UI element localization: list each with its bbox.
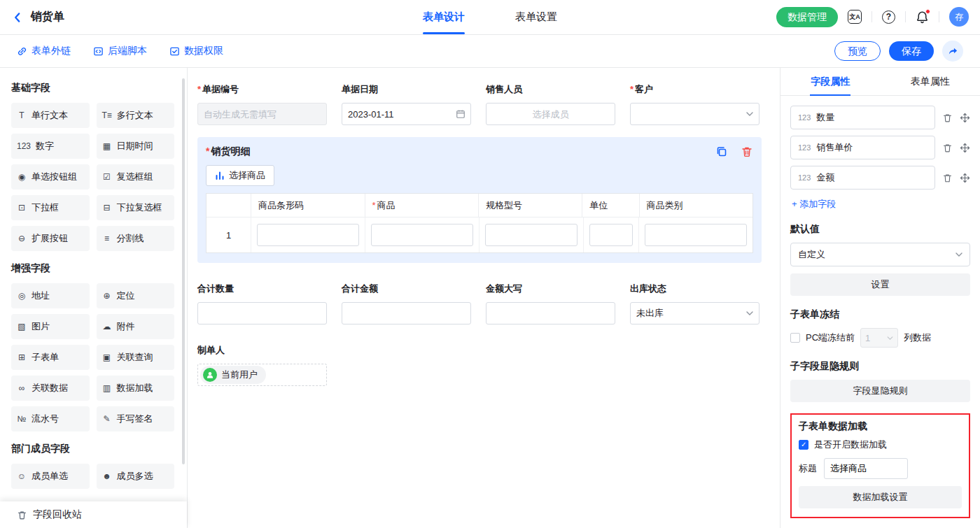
attachment-icon: ☁	[102, 322, 112, 331]
total-amount-input[interactable]	[342, 302, 471, 324]
field-item-multi-line-text[interactable]: T≡多行文本	[97, 103, 175, 128]
trash-icon[interactable]	[942, 113, 953, 123]
permission-icon	[169, 46, 180, 57]
default-value-select[interactable]: 自定义	[790, 243, 970, 266]
bell-icon[interactable]	[916, 10, 929, 24]
tab-field-properties[interactable]: 字段属性	[780, 68, 881, 95]
freeze-text: PC端冻结前	[806, 331, 855, 344]
field-total-quantity[interactable]: 合计数量	[197, 283, 327, 324]
subfield-amount[interactable]: 123 金额	[790, 166, 935, 190]
field-outbound-status[interactable]: 出库状态 未出库	[630, 283, 760, 324]
data-manage-button[interactable]: 数据管理	[776, 7, 838, 27]
field-total-amount[interactable]: 合计金额	[342, 283, 471, 324]
tab-form-design[interactable]: 表单设计	[423, 0, 465, 34]
back-button[interactable]	[11, 11, 24, 24]
freeze-checkbox[interactable]	[790, 333, 800, 343]
field-item-image[interactable]: ▧图片	[11, 314, 90, 339]
total-quantity-input[interactable]	[197, 302, 327, 324]
sales-member-input[interactable]	[486, 103, 615, 125]
default-value-selected: 自定义	[798, 248, 825, 261]
subform-section[interactable]: 销货明细 选择商品 商品条形码 商品 规格型号	[197, 137, 762, 263]
category-input[interactable]	[645, 224, 747, 246]
member-single-icon: ☺	[17, 471, 27, 481]
move-icon[interactable]	[960, 173, 970, 183]
amount-words-input[interactable]	[486, 302, 615, 324]
help-icon[interactable]: ?	[882, 10, 895, 24]
field-item-extend-button[interactable]: ⊖扩展按钮	[11, 226, 90, 251]
field-item-multi-select[interactable]: ⊟下拉复选框	[97, 195, 175, 220]
customer-select[interactable]	[630, 103, 760, 125]
field-customer[interactable]: 客户	[630, 83, 760, 125]
field-item-data-load[interactable]: ▥数据加载	[97, 376, 175, 401]
single-line-text-icon: T	[17, 110, 27, 120]
move-icon[interactable]	[960, 143, 970, 153]
data-load-checkbox[interactable]	[799, 440, 808, 450]
trash-icon[interactable]	[942, 143, 953, 153]
copy-icon[interactable]	[715, 145, 728, 158]
current-user-tag[interactable]: 当前用户	[200, 366, 266, 384]
preview-button[interactable]: 预览	[834, 41, 881, 62]
field-item-member-single[interactable]: ☺成员单选	[11, 464, 90, 489]
choose-product-button[interactable]: 选择商品	[206, 165, 274, 186]
subfield-unit-price[interactable]: 123 销售单价	[790, 136, 935, 159]
field-recycle-bin[interactable]: 字段回收站	[0, 501, 187, 528]
field-item-subform[interactable]: ⊞子表单	[11, 345, 90, 370]
field-item-serial-number[interactable]: №流水号	[11, 406, 90, 431]
field-doc-number[interactable]: 单据编号	[197, 83, 327, 125]
chevron-down-icon	[887, 336, 893, 340]
field-item-linked-data[interactable]: ∞关联数据	[11, 376, 90, 401]
field-item-signature[interactable]: ✎手写签名	[97, 406, 175, 431]
trash-icon[interactable]	[942, 173, 953, 183]
field-visibility-rules-button[interactable]: 字段显隐规则	[790, 380, 970, 402]
field-item-attachment[interactable]: ☁附件	[97, 314, 175, 339]
field-item-single-line-text[interactable]: T单行文本	[11, 103, 90, 128]
field-item-number[interactable]: 123数字	[11, 134, 90, 159]
topbar-left: 销货单	[11, 10, 64, 24]
data-load-settings-button[interactable]: 数据加载设置	[799, 486, 962, 508]
doc-number-input[interactable]	[197, 103, 327, 125]
field-amount-words[interactable]: 金额大写	[486, 283, 615, 324]
doc-date-input[interactable]	[342, 103, 471, 125]
product-input[interactable]	[371, 224, 473, 246]
creator-field-box[interactable]: 当前用户	[197, 364, 327, 386]
trash-icon[interactable]	[741, 145, 753, 158]
subfield-quantity[interactable]: 123 数量	[790, 106, 935, 129]
field-item-datetime[interactable]: ▦日期时间	[97, 134, 175, 159]
field-item-linked-query[interactable]: ▣关联查询	[97, 345, 175, 370]
default-value-settings-button[interactable]: 设置	[790, 273, 970, 296]
barcode-input[interactable]	[257, 224, 359, 246]
sidebar-scrollbar[interactable]	[182, 78, 185, 464]
subform-icon: ⊞	[17, 352, 27, 362]
data-load-title-input[interactable]	[824, 458, 908, 479]
save-button[interactable]: 保存	[889, 41, 934, 62]
avatar[interactable]: 存	[949, 7, 969, 27]
field-item-member-multi[interactable]: ☻成员多选	[97, 464, 175, 489]
notification-badge	[925, 9, 930, 14]
backend-script-button[interactable]: 后端脚本	[93, 45, 147, 57]
move-icon[interactable]	[960, 113, 970, 123]
recycle-bin-icon	[17, 510, 27, 520]
field-item-select[interactable]: ⊡下拉框	[11, 195, 90, 220]
translate-icon[interactable]: 文A	[848, 10, 862, 24]
field-item-radio-group[interactable]: ◉单选按钮组	[11, 164, 90, 190]
unit-input[interactable]	[589, 224, 633, 246]
field-item-checkbox-group[interactable]: ☑复选框组	[97, 164, 175, 190]
field-item-address[interactable]: ◎地址	[11, 283, 90, 308]
field-item-divider[interactable]: ≡分割线	[97, 226, 175, 251]
spec-input[interactable]	[485, 224, 578, 246]
field-sales-member[interactable]: 销售人员	[486, 83, 615, 125]
default-value-label: 默认值	[790, 223, 970, 236]
tab-form-settings[interactable]: 表单设置	[515, 0, 557, 34]
add-field-button[interactable]: + 添加字段	[792, 198, 969, 211]
freeze-count-select[interactable]: 1	[860, 328, 898, 348]
outbound-status-select[interactable]: 未出库	[630, 302, 760, 324]
data-permission-button[interactable]: 数据权限	[169, 45, 223, 57]
toolbar: 表单外链 后端脚本 数据权限 预览 保存	[0, 35, 980, 68]
field-doc-date[interactable]: 单据日期	[342, 83, 471, 125]
field-creator[interactable]: 制单人 当前用户	[197, 344, 762, 386]
form-external-link-button[interactable]: 表单外链	[17, 45, 71, 57]
tab-form-properties[interactable]: 表单属性	[881, 68, 980, 95]
row-index: 1	[206, 217, 251, 252]
field-item-location[interactable]: ⊕定位	[97, 283, 175, 308]
share-button[interactable]	[942, 41, 963, 62]
